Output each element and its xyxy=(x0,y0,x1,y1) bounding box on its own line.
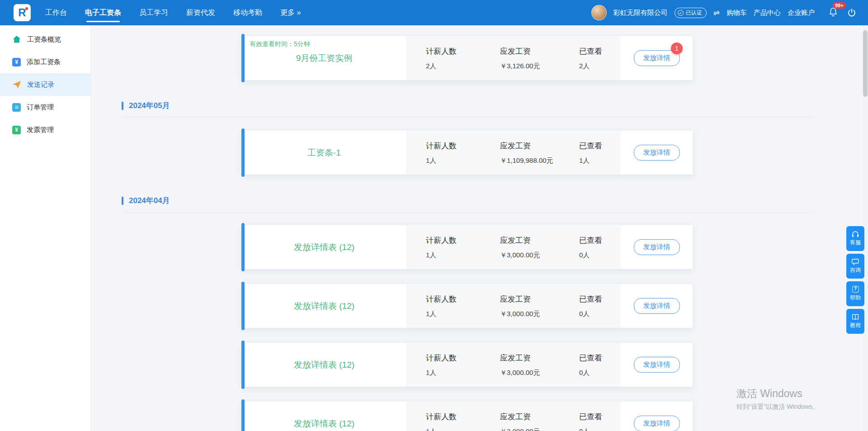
payslip-record-card: 有效查看时间：5分钟 9月份工资实例 计薪人数2人 应发工资￥3,126.00元… xyxy=(242,36,693,80)
stat-value: 1人 xyxy=(426,369,500,377)
book-icon xyxy=(852,313,859,320)
order-list-icon xyxy=(12,103,21,112)
nav-item-salary-payment[interactable]: 薪资代发 xyxy=(185,0,216,26)
stat-label: 计薪人数 xyxy=(426,294,500,304)
payslip-title[interactable]: 9月份工资实例 xyxy=(296,52,353,64)
sidebar-item-label: 订单管理 xyxy=(27,103,54,112)
verified-check-icon xyxy=(678,10,684,16)
sidebar-item-send-records[interactable]: 发送记录 xyxy=(0,73,90,96)
nav-item-more[interactable]: 更多 » xyxy=(279,0,302,26)
stat-label: 计薪人数 xyxy=(426,141,500,151)
logo-letter: R xyxy=(18,6,26,19)
help-button[interactable]: 帮助 xyxy=(846,281,864,306)
card-stats: 计薪人数2人 应发工资￥3,126.00元 已查看2人 xyxy=(406,36,621,80)
stat-label: 已查看 xyxy=(579,412,602,422)
stat-value: 2人 xyxy=(426,62,500,71)
nav-item-e-payslip[interactable]: 电子工资条 xyxy=(84,0,122,26)
float-button-label: 咨询 xyxy=(850,266,861,274)
section-accent-bar xyxy=(122,102,123,110)
sidebar-item-order-management[interactable]: 订单管理 xyxy=(0,96,90,118)
invoice-icon xyxy=(12,126,21,134)
app-logo[interactable]: R xyxy=(14,4,31,21)
payslip-record-card: 发放详情表 (12) 计薪人数1人 应发工资￥3,000.00元 已查看0人 发… xyxy=(242,402,693,431)
stat-value: 1人 xyxy=(426,251,500,260)
consult-button[interactable]: 咨询 xyxy=(846,254,864,279)
navbar-right: 彩虹无限有限公司 已认证 购物车 产品中心 企业账户 99+ xyxy=(591,5,856,20)
section-accent-bar xyxy=(122,197,123,205)
verified-badge: 已认证 xyxy=(675,8,707,18)
payslip-title[interactable]: 工资条-1 xyxy=(307,147,341,159)
notification-bell[interactable]: 99+ xyxy=(829,7,838,19)
float-button-label: 教程 xyxy=(850,322,861,329)
sidebar-item-label: 发票管理 xyxy=(27,126,54,134)
sidebar: 工资条概览 添加工资条 发送记录 订单管理 发票管理 xyxy=(0,25,90,431)
payslip-title[interactable]: 发放详情表 (12) xyxy=(294,359,354,371)
stat-value: 1人 xyxy=(426,427,500,431)
bell-icon xyxy=(829,7,838,19)
home-icon xyxy=(12,35,21,44)
question-mark-icon xyxy=(852,286,859,293)
stat-value: 0人 xyxy=(579,310,602,318)
sidebar-item-label: 添加工资条 xyxy=(27,58,61,66)
payslip-title[interactable]: 发放详情表 (12) xyxy=(294,300,354,312)
headset-icon xyxy=(852,231,859,237)
tutorial-button[interactable]: 教程 xyxy=(846,309,864,334)
distribution-detail-button[interactable]: 发放详情 xyxy=(634,239,680,255)
scrollbar-thumb[interactable] xyxy=(863,30,868,97)
stat-value: ￥3,000.00元 xyxy=(500,427,579,431)
payslip-record-card: 发放详情表 (12) 计薪人数1人 应发工资￥3,000.00元 已查看0人 发… xyxy=(242,284,693,328)
float-button-label: 帮助 xyxy=(850,294,861,302)
customer-service-button[interactable]: 客服 xyxy=(846,226,864,251)
stat-label: 应发工资 xyxy=(500,353,579,363)
distribution-detail-button[interactable]: 发放详情 xyxy=(634,416,680,431)
valid-view-time-note: 有效查看时间：5分钟 xyxy=(250,40,310,48)
company-name[interactable]: 彩虹无限有限公司 xyxy=(613,9,668,17)
sidebar-item-add-payslip[interactable]: 添加工资条 xyxy=(0,51,90,73)
month-section-header: 2024年05月 xyxy=(122,100,170,111)
stat-value: 1人 xyxy=(579,156,602,165)
stat-value: ￥3,000.00元 xyxy=(500,369,579,377)
nav-item-employee-learning[interactable]: 员工学习 xyxy=(138,0,169,26)
nav-item-workbench[interactable]: 工作台 xyxy=(44,0,68,26)
distribution-detail-button[interactable]: 发放详情 xyxy=(634,145,680,161)
payslip-title[interactable]: 发放详情表 (12) xyxy=(294,242,354,253)
nav-link-product-center[interactable]: 产品中心 xyxy=(754,9,781,17)
distribution-detail-button[interactable]: 发放详情 xyxy=(634,357,680,373)
stat-label: 应发工资 xyxy=(500,141,579,151)
sidebar-item-payslip-overview[interactable]: 工资条概览 xyxy=(0,28,90,51)
logout-power-icon[interactable] xyxy=(847,8,856,17)
card-stats: 计薪人数1人 应发工资￥1,109,988.00元 已查看1人 xyxy=(406,131,621,175)
avatar[interactable] xyxy=(591,5,607,20)
stat-value: ￥3,000.00元 xyxy=(500,310,579,318)
stat-label: 计薪人数 xyxy=(426,412,500,422)
stat-value: 1人 xyxy=(426,156,500,165)
card-stats: 计薪人数1人 应发工资￥3,000.00元 已查看0人 xyxy=(406,402,621,431)
card-stats: 计薪人数1人 应发工资￥3,000.00元 已查看0人 xyxy=(406,284,621,328)
payslip-record-card: 工资条-1 计薪人数1人 应发工资￥1,109,988.00元 已查看1人 发放… xyxy=(242,131,693,175)
section-title: 2024年04月 xyxy=(129,195,170,206)
stat-label: 已查看 xyxy=(579,141,602,151)
stat-value: 0人 xyxy=(579,427,602,431)
card-stats: 计薪人数1人 应发工资￥3,000.00元 已查看0人 xyxy=(406,225,621,269)
switch-company-icon[interactable] xyxy=(713,8,720,18)
stat-value: ￥1,109,988.00元 xyxy=(500,156,579,165)
watermark-line2: 转到“设置”以激活 Windows。 xyxy=(736,403,819,411)
paper-plane-icon xyxy=(12,80,21,89)
stat-label: 计薪人数 xyxy=(426,46,500,57)
nav-link-cart[interactable]: 购物车 xyxy=(726,9,747,17)
stat-value: ￥3,126.00元 xyxy=(500,62,579,71)
nav-link-enterprise-account[interactable]: 企业账户 xyxy=(788,9,815,17)
sidebar-item-invoice-management[interactable]: 发票管理 xyxy=(0,118,90,141)
stat-value: 2人 xyxy=(579,62,602,71)
watermark-line1: 激活 Windows xyxy=(736,387,819,401)
distribution-detail-button[interactable]: 发放详情 xyxy=(634,298,680,314)
notification-count-badge: 99+ xyxy=(833,2,846,9)
stat-label: 已查看 xyxy=(579,46,602,57)
month-section-header: 2024年04月 xyxy=(122,195,170,206)
stat-label: 已查看 xyxy=(579,294,602,304)
nav-item-mobile-attendance[interactable]: 移动考勤 xyxy=(232,0,263,26)
stat-label: 计薪人数 xyxy=(426,235,500,246)
payslip-title[interactable]: 发放详情表 (12) xyxy=(294,418,354,430)
stat-label: 计薪人数 xyxy=(426,353,500,363)
section-title: 2024年05月 xyxy=(129,100,170,111)
